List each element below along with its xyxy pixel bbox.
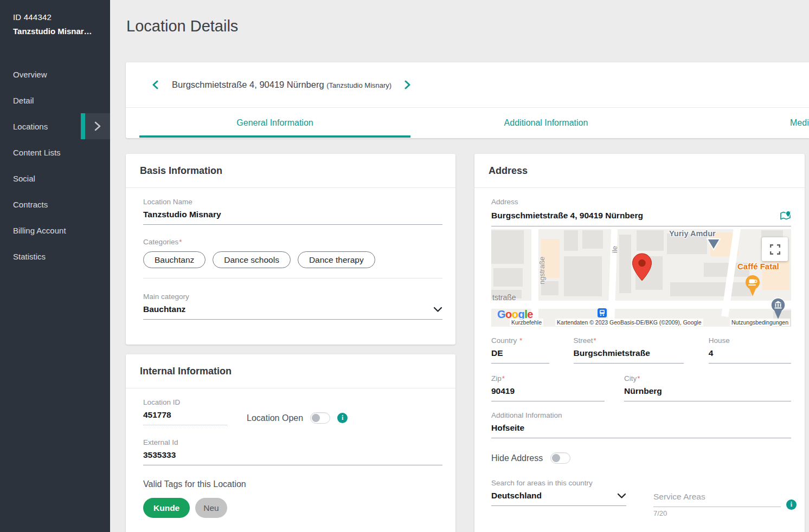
active-indicator-bar [81, 113, 85, 139]
sidebar-item-detail[interactable]: Detail [0, 87, 110, 113]
required-asterisk: * [179, 238, 182, 246]
poi-label-caffe-fatal[interactable]: Caffé Fatal [737, 262, 779, 271]
hide-address-toggle[interactable] [550, 452, 570, 464]
tab-bar: General Information Additional Informati… [126, 108, 809, 138]
sidebar-item-contracts[interactable]: Contracts [0, 191, 110, 217]
sidebar-expand-button[interactable] [85, 113, 110, 139]
hide-address-group: Hide Address [491, 452, 791, 464]
category-chip[interactable]: Dance schools [213, 251, 291, 268]
categories-label: Categories* [143, 238, 442, 246]
required-asterisk: * [637, 374, 640, 382]
location-account-text: (Tanzstudio Misnary) [326, 81, 391, 89]
transit-station-icon[interactable] [598, 308, 607, 317]
zip-field-group: Zip* 90419 [491, 374, 605, 401]
tab-media[interactable]: Medi [790, 108, 809, 138]
chevron-right-icon [94, 121, 101, 131]
category-chips: Bauchtanz Dance schools Dance therapy [143, 251, 442, 268]
page: ID 444342 Tanzstudio Misnar… Overview De… [0, 0, 809, 532]
poi-label-yuriy-amdur[interactable]: Yuriy Amdur [669, 229, 716, 238]
street-label-vertical: ile [611, 246, 619, 253]
required-asterisk: * [502, 374, 505, 382]
tag-kunde[interactable]: Kunde [143, 498, 190, 518]
chevron-down-icon [433, 307, 442, 313]
divider [143, 278, 442, 278]
sidebar-item-statistics[interactable]: Statistics [0, 243, 110, 269]
fullscreen-icon [770, 244, 780, 255]
museum-marker-icon[interactable] [770, 297, 786, 320]
info-icon[interactable] [337, 413, 348, 423]
address-card-title: Address [474, 154, 805, 188]
tab-additional-information[interactable]: Additional Information [410, 108, 682, 138]
sidebar-header: ID 444342 Tanzstudio Misnar… [0, 0, 110, 36]
hide-address-label: Hide Address [491, 453, 543, 463]
basis-information-card: Basis Information Location Name Tanzstud… [126, 154, 455, 345]
location-id-label: Location ID [143, 398, 227, 406]
left-column: Basis Information Location Name Tanzstud… [126, 154, 455, 532]
zip-input[interactable]: 90419 [491, 382, 605, 401]
account-name: Tanzstudio Misnar… [13, 27, 99, 36]
basis-information-title: Basis Information [126, 154, 455, 188]
map-pin-icon[interactable] [780, 210, 791, 221]
tag-neu[interactable]: Neu [195, 498, 227, 518]
internal-information-title: Internal Information [126, 354, 455, 388]
location-name-field-group: Location Name Tanzstudio Misnary [143, 198, 442, 225]
cafe-marker-icon[interactable] [744, 275, 761, 297]
address-field-group: Address Burgschmietstraße 4, 90419 Nürnb… [491, 198, 791, 226]
sidebar: ID 444342 Tanzstudio Misnar… Overview De… [0, 0, 110, 532]
sidebar-item-overview[interactable]: Overview [0, 61, 110, 87]
keyboard-shortcuts-link[interactable]: Kurzbefehle [510, 319, 543, 326]
next-location-button[interactable] [402, 78, 413, 92]
street-label: Street* [574, 336, 684, 345]
external-id-input[interactable]: 3535333 [143, 446, 442, 465]
main-category-select[interactable]: Bauchtanz [143, 301, 442, 320]
city-field-group: City* Nürnberg [624, 374, 791, 401]
valid-tags-label: Valid Tags for this Location [143, 479, 442, 489]
address-input[interactable]: Burgschmietstraße 4, 90419 Nürnberg [491, 206, 791, 226]
previous-location-button[interactable] [150, 78, 160, 92]
category-chip[interactable]: Bauchtanz [143, 251, 206, 268]
main-category-field-group: Main category Bauchtanz [143, 293, 442, 320]
poi-triangle-marker[interactable] [706, 238, 721, 251]
required-asterisk: * [594, 336, 596, 345]
main-area: Location Details Burgschmietstraße 4, 90… [110, 0, 809, 532]
map-attribution: Kurzbefehle Kartendaten © 2023 GeoBasis-… [491, 319, 791, 326]
country-input[interactable]: DE [491, 345, 549, 364]
location-id-field-group: Location ID 451778 [143, 398, 227, 425]
location-name-input[interactable]: Tanzstudio Misnary [143, 206, 442, 225]
areas-country-select[interactable]: Deutschland [491, 487, 626, 506]
content-columns: Basis Information Location Name Tanzstud… [126, 154, 809, 532]
terms-of-use-link[interactable]: Nutzungsbedingungen [730, 319, 790, 326]
city-input[interactable]: Nürnberg [624, 382, 791, 401]
location-id-value: 451778 [143, 406, 227, 425]
sidebar-item-content-lists[interactable]: Content Lists [0, 139, 110, 165]
current-location-text: Burgschmietstraße 4, 90419 Nürnberg (Tan… [172, 80, 391, 90]
location-open-group: Location Open [247, 412, 348, 424]
location-switcher-card: Burgschmietstraße 4, 90419 Nürnberg (Tan… [126, 62, 809, 138]
location-open-label: Location Open [247, 413, 303, 423]
additional-information-input[interactable]: Hofseite [491, 419, 791, 438]
page-title: Location Details [126, 15, 809, 37]
sidebar-nav: Overview Detail Locations Content Lists … [0, 61, 110, 269]
street-input[interactable]: Burgschmietstraße [574, 345, 684, 364]
tab-general-information[interactable]: General Information [139, 108, 410, 138]
location-name-label: Location Name [143, 198, 442, 206]
info-icon[interactable] [786, 499, 797, 510]
service-areas-input[interactable]: Service Areas [653, 488, 781, 507]
sidebar-item-billing-account[interactable]: Billing Account [0, 217, 110, 243]
map-data-attribution: Kartendaten © 2023 GeoBasis-DE/BKG (©200… [555, 319, 703, 326]
areas-country-label: Search for areas in this country [491, 479, 626, 487]
google-map[interactable]: ngstraße ile tstraße Yuriy Amdur Caffé F… [491, 229, 791, 327]
sidebar-item-social[interactable]: Social [0, 165, 110, 191]
internal-information-card: Internal Information Location ID 451778 … [126, 354, 455, 532]
right-column: Address Address Burgschmietstraße 4, 904… [474, 154, 805, 532]
sidebar-item-locations[interactable]: Locations [0, 113, 110, 139]
chevron-left-icon [152, 80, 158, 89]
map-fullscreen-button[interactable] [762, 237, 788, 261]
main-category-label: Main category [143, 293, 442, 301]
chevron-right-icon [404, 80, 410, 89]
categories-field-group: Categories* Bauchtanz Dance schools Danc… [143, 238, 442, 278]
house-input[interactable]: 4 [709, 345, 791, 364]
category-chip[interactable]: Dance therapy [298, 251, 375, 268]
service-areas-counter: 7/20 [653, 509, 781, 517]
location-open-toggle[interactable] [310, 412, 330, 424]
